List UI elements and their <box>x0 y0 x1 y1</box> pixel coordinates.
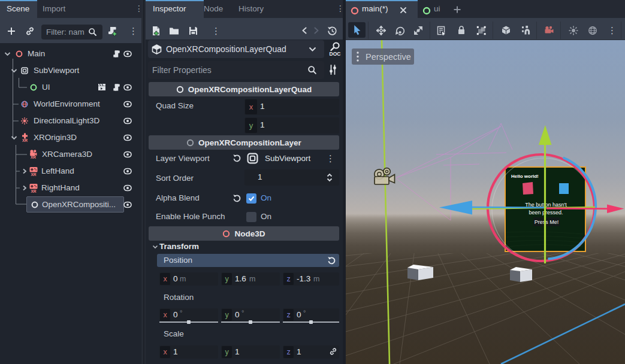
svg-text:XR: XR <box>22 138 28 142</box>
svg-text:DOC: DOC <box>330 51 341 57</box>
svg-text:Press Me!: Press Me! <box>535 219 559 225</box>
svg-text:XR: XR <box>31 155 36 159</box>
svg-text:Perspective: Perspective <box>366 52 411 62</box>
svg-text:Hello world!: Hello world! <box>511 174 539 179</box>
svg-text:XR: XR <box>31 172 36 176</box>
svg-text:XR: XR <box>31 189 36 193</box>
